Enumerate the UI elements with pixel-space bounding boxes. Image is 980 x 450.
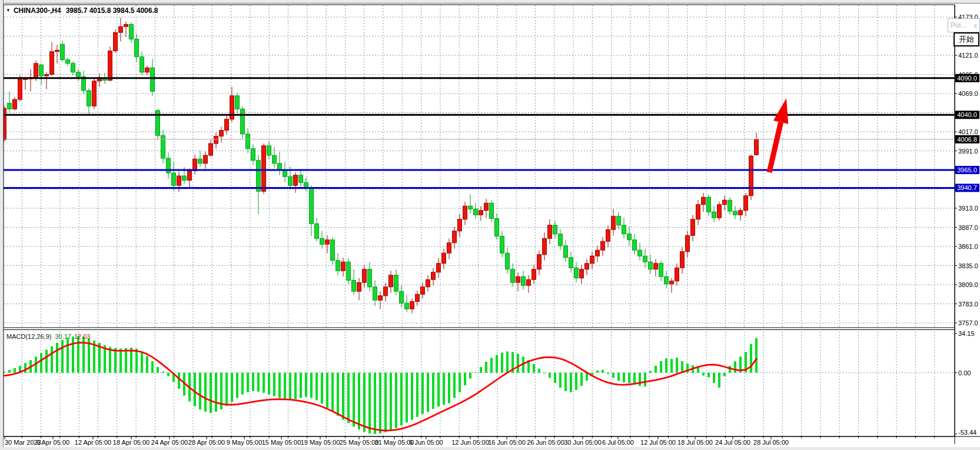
macd-histogram-bar [178, 373, 180, 389]
macd-histogram-bar [125, 348, 127, 373]
candle-body [601, 241, 605, 250]
candle-body [55, 50, 59, 52]
macd-histogram-bar [310, 373, 313, 398]
candle-body [474, 209, 478, 215]
macd-histogram-bar [236, 373, 238, 398]
candle-body [553, 225, 557, 234]
candle-body [696, 205, 700, 219]
candle-body [421, 287, 425, 295]
price-tick-label: 4121.0 [958, 52, 978, 59]
macd-histogram-bar [241, 373, 244, 395]
candle-body [627, 234, 632, 240]
price-tick-label: 3991.0 [958, 148, 978, 155]
candle-body [717, 205, 722, 218]
macd-histogram-bar [45, 350, 48, 373]
macd-histogram-bar [284, 373, 286, 399]
candle-body [675, 268, 679, 281]
macd-histogram-bar [713, 373, 715, 384]
macd-histogram-bar [167, 373, 170, 376]
candle-body [225, 119, 229, 131]
candle-body [384, 287, 388, 296]
macd-histogram-bar [443, 373, 445, 405]
macd-histogram-bar [432, 373, 434, 409]
candle-body [447, 243, 451, 254]
candle-body [140, 57, 144, 72]
time-label: 12 Apr 05:00 [75, 439, 111, 446]
candle-body [209, 144, 213, 155]
candle-body [135, 39, 139, 57]
price-tick-label: 3913.0 [958, 205, 978, 212]
candle-body [320, 238, 324, 244]
macd-histogram-bar [480, 367, 482, 373]
candle-body [352, 281, 356, 292]
macd-histogram-bar [464, 373, 466, 385]
macd-histogram-bar [533, 364, 535, 373]
macd-histogram-bar [575, 373, 577, 390]
candle-body [331, 240, 335, 261]
candle-body [728, 200, 732, 211]
macd-histogram-bar [538, 369, 540, 373]
macd-tick-label: -53.44 [958, 429, 976, 436]
window-frame-left [0, 0, 4, 450]
candle-body [8, 103, 12, 109]
candle-body [363, 269, 367, 283]
macd-histogram-bar [411, 373, 413, 420]
macd-indicator-label: MACD(12,26,9)30.1712.03 [6, 333, 90, 340]
macd-histogram-bar [670, 359, 673, 372]
candle-body [124, 25, 128, 27]
candle-body [172, 173, 176, 185]
script-popup: Poi... x [948, 18, 980, 32]
macd-histogram-bar [215, 373, 217, 412]
macd-histogram-bar [273, 373, 275, 396]
macd-histogram-bar [437, 373, 440, 407]
close-icon[interactable]: x [974, 22, 978, 29]
macd-histogram-bar [416, 373, 418, 417]
macd-histogram-bar [750, 344, 752, 373]
candle-body [723, 200, 727, 205]
macd-histogram-bar [326, 373, 328, 408]
macd-histogram-bar [353, 373, 355, 427]
candle-body [431, 272, 436, 280]
candle-body [490, 203, 494, 218]
candle-body [71, 64, 75, 72]
candle-body [177, 176, 181, 185]
macd-histogram-bar [8, 370, 11, 373]
window-frame-bottom [0, 447, 980, 450]
macd-histogram-bar [263, 373, 265, 393]
candle-body [114, 32, 118, 51]
symbol-dropdown-icon[interactable]: ▼ [6, 8, 11, 13]
candle-body [235, 96, 240, 109]
candle-body [50, 52, 54, 75]
candle-body [66, 60, 70, 64]
candle-body [585, 264, 589, 269]
time-label: 24 Jul 05:00 [715, 439, 750, 446]
candle-body [241, 109, 245, 134]
price-tick-label: 3861.0 [958, 243, 978, 250]
macd-histogram-bar [390, 373, 392, 431]
candle-body [543, 238, 547, 255]
candle-body [606, 229, 610, 241]
macd-histogram-bar [162, 372, 164, 373]
candle-body [341, 262, 346, 271]
candle-body [188, 171, 192, 180]
start-button[interactable]: 开始 [954, 32, 979, 46]
chart-canvas: 4173.04147.04121.04095.04069.04043.04017… [0, 0, 980, 450]
macd-histogram-bar [135, 349, 138, 373]
candle-body [569, 258, 573, 268]
macd-histogram-bar [617, 373, 620, 381]
candle-body [426, 279, 430, 287]
candle-body [442, 253, 446, 264]
macd-histogram-bar [628, 373, 630, 384]
macd-histogram-bar [633, 373, 636, 385]
price-badge-label: 3965.0 [957, 166, 977, 174]
time-label: 28 Apr 05:00 [188, 439, 225, 446]
macd-signal-value: 12.03 [74, 333, 91, 340]
macd-histogram-bar [247, 373, 249, 392]
candle-body [405, 303, 409, 309]
window-frame-top [0, 0, 980, 4]
macd-histogram-bar [496, 355, 498, 372]
time-label: 12 Jul 05:00 [640, 439, 676, 446]
macd-histogram-bar [384, 373, 387, 432]
candle-body [596, 250, 600, 256]
macd-histogram-bar [702, 373, 705, 376]
